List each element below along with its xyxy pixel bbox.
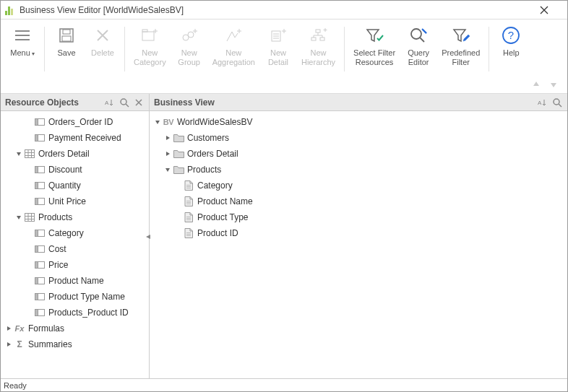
resource-row[interactable]: Discount [1, 162, 149, 178]
tree-item-label: Product ID [197, 228, 238, 238]
twist-spacer [24, 276, 34, 286]
move-down-button[interactable] [547, 78, 560, 91]
svg-rect-24 [35, 183, 38, 189]
resource-row[interactable]: FxFormulas [1, 321, 149, 336]
field-icon [34, 165, 46, 175]
resource-row[interactable]: ΣSummaries [1, 336, 149, 352]
resource-row[interactable]: Quantity [1, 178, 149, 193]
svg-rect-39 [35, 310, 38, 316]
tree-item-label: Products [187, 165, 221, 175]
chevron-right-icon[interactable] [163, 149, 173, 159]
twist-spacer [24, 292, 34, 302]
field-icon [34, 196, 46, 206]
predefined-filter-button[interactable]: Predefined Filter [437, 22, 484, 70]
business-view-panel: ◂ Business View A BVWorldWideSalesBVCust… [150, 94, 567, 378]
close-panel-icon[interactable] [133, 97, 145, 108]
bv-row[interactable]: Orders Detail [150, 146, 567, 162]
bv-row[interactable]: Category [150, 178, 567, 193]
twist-spacer [173, 212, 183, 222]
bv-row[interactable]: Product ID [150, 225, 567, 241]
toolbar: Menu▾ Save Delete New Category New Group… [1, 19, 567, 76]
twist-spacer [24, 117, 34, 127]
svg-text:A: A [105, 100, 109, 106]
query-editor-icon [408, 25, 429, 45]
save-icon [56, 25, 77, 45]
chevron-down-icon[interactable] [163, 165, 173, 175]
tree-item-label: Unit Price [48, 196, 86, 206]
sort-icon[interactable]: A [537, 97, 548, 108]
new-detail-label: New Detail [268, 48, 288, 67]
business-view-tree[interactable]: BVWorldWideSalesBVCustomersOrders Detail… [150, 111, 567, 378]
menu-button[interactable]: Menu▾ [5, 22, 40, 61]
tree-item-label: Orders_Order ID [48, 117, 113, 127]
twist-spacer [24, 196, 34, 206]
tree-item-label: Products [38, 212, 72, 222]
resource-row[interactable]: Product Name [1, 273, 149, 289]
svg-rect-19 [35, 135, 38, 141]
svg-rect-4 [142, 30, 147, 32]
twist-spacer [173, 228, 183, 238]
business-view-header: Business View A [150, 94, 567, 111]
bv-row[interactable]: Product Type [150, 209, 567, 225]
search-icon[interactable] [551, 97, 563, 108]
resource-row[interactable]: Category [1, 225, 149, 241]
toolbar-separator [344, 27, 345, 71]
save-button[interactable]: Save [49, 22, 84, 61]
tree-item-label: Payment Received [48, 133, 121, 143]
fx-icon: Fx [14, 323, 25, 334]
bv-row[interactable]: BVWorldWideSalesBV [150, 114, 567, 130]
funnel-check-icon [364, 25, 384, 45]
tree-item-label: Orders Detail [187, 149, 238, 159]
chevron-down-icon[interactable] [152, 117, 163, 127]
chevron-right-icon[interactable] [4, 323, 14, 334]
new-group-label: New Group [178, 48, 200, 67]
business-view-title: Business View [154, 97, 534, 108]
new-detail-icon [268, 25, 288, 45]
chevron-right-icon[interactable] [4, 339, 14, 349]
resource-row[interactable]: Products_Product ID [1, 305, 149, 321]
twist-spacer [24, 133, 34, 143]
resource-row[interactable]: Unit Price [1, 193, 149, 209]
svg-rect-29 [35, 230, 38, 237]
search-icon[interactable] [119, 97, 130, 108]
help-button[interactable]: ? Help [494, 22, 528, 61]
new-group-button: New Group [172, 22, 207, 70]
chevron-right-icon[interactable] [163, 133, 173, 143]
resource-row[interactable]: Cost [1, 241, 149, 257]
resource-row[interactable]: Product Type Name [1, 289, 149, 305]
save-label: Save [57, 48, 75, 58]
svg-rect-1 [63, 30, 70, 34]
resource-row[interactable]: Products [1, 209, 149, 225]
bv-row[interactable]: Product Name [150, 193, 567, 209]
new-hierarchy-label: New Hierarchy [301, 48, 335, 67]
resource-row[interactable]: Price [1, 257, 149, 273]
resource-objects-tree[interactable]: Orders_Order IDPayment ReceivedOrders De… [1, 111, 149, 378]
resource-row[interactable]: Payment Received [1, 130, 149, 146]
close-button[interactable] [540, 6, 563, 14]
bv-row[interactable]: Customers [150, 130, 567, 146]
select-filter-resources-label: Select Filter Resources [353, 48, 395, 67]
help-label: Help [503, 48, 520, 58]
resource-row[interactable]: Orders_Order ID [1, 114, 149, 130]
titlebar: Business View Editor [WorldWideSalesBV] [1, 1, 567, 19]
sort-icon[interactable]: A [104, 97, 116, 108]
delete-button: Delete [85, 22, 120, 61]
twist-spacer [173, 180, 183, 191]
resource-row[interactable]: Orders Detail [1, 146, 149, 162]
tree-item-label: Quantity [48, 180, 81, 191]
tree-item-label: Price [48, 260, 68, 270]
tree-item-label: Product Type [197, 212, 249, 222]
select-filter-resources-button[interactable]: Select Filter Resources [349, 22, 400, 70]
query-editor-button[interactable]: Query Editor [401, 22, 436, 70]
reorder-arrows [1, 76, 567, 93]
doc-icon [183, 196, 194, 206]
twist-spacer [24, 228, 34, 238]
chevron-down-icon[interactable] [14, 149, 24, 159]
move-up-button[interactable] [530, 78, 543, 91]
bv-row[interactable]: Products [150, 162, 567, 178]
new-category-button: New Category [129, 22, 171, 70]
twist-spacer [24, 244, 34, 254]
new-hierarchy-icon [309, 25, 329, 45]
chevron-down-icon[interactable] [14, 212, 24, 222]
field-icon [34, 244, 46, 254]
